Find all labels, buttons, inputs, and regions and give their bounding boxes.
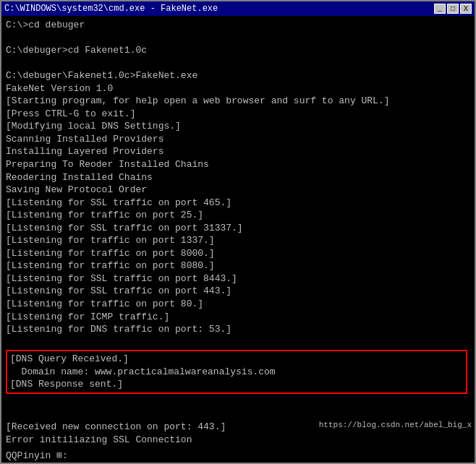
terminal-line: [Listening for traffic on port 8000.]	[6, 247, 470, 260]
terminal-line: [Listening for SSL traffic on port 465.]	[6, 197, 470, 210]
terminal-line: [Modifying local DNS Settings.]	[6, 120, 470, 133]
dns-query-block: [DNS Query Received.] Domain name: www.p…	[6, 350, 467, 394]
terminal-line: [Listening for traffic on port 80.]	[6, 298, 470, 311]
terminal-line: Preparing To Reoder Installed Chains	[6, 158, 470, 171]
terminal-line: [Listening for DNS traffic on port: 53.]	[6, 323, 470, 336]
terminal-line: [Press CTRL-G to exit.]	[6, 108, 470, 121]
terminal-line: Saving New Protocol Order	[6, 184, 470, 197]
ime-status: QQPinyin ⊞:	[6, 450, 68, 461]
terminal-line: Error initiliazing SSL Connection	[6, 434, 470, 447]
terminal-line: C:\debuger\Fakenet1.0c>FakeNet.exe	[6, 69, 470, 82]
title-bar: C:\WINDOWS\system32\cmd.exe - FakeNet.ex…	[1, 1, 475, 16]
terminal-line: [Listening for SSL traffic on port 8443.…	[6, 272, 470, 285]
highlighted-line: [DNS Query Received.]	[10, 353, 463, 366]
minimize-button[interactable]: _	[434, 4, 446, 14]
terminal-line: C:\debuger>cd Fakenet1.0c	[6, 44, 470, 57]
window-title: C:\WINDOWS\system32\cmd.exe - FakeNet.ex…	[4, 4, 218, 14]
terminal-line: [Listening for traffic on port 25.]	[6, 209, 470, 222]
window-controls: _ □ X	[434, 4, 472, 14]
terminal-line	[6, 57, 470, 70]
close-button[interactable]: X	[460, 4, 472, 14]
terminal-line: FakeNet Version 1.0	[6, 82, 470, 95]
maximize-button[interactable]: □	[447, 4, 459, 14]
status-bar: QQPinyin ⊞:	[1, 448, 475, 463]
highlighted-line: Domain name: www.practicalmalwareanalysi…	[10, 366, 463, 379]
terminal-line: Reodering Installed Chains	[6, 171, 470, 184]
terminal-line: [Listening for SSL traffic on port 31337…	[6, 222, 470, 235]
terminal-line	[6, 32, 470, 45]
terminal-line: Scanning Installed Providers	[6, 133, 470, 146]
terminal-line: [Listening for ICMP traffic.]	[6, 311, 470, 324]
terminal-line: [Listening for SSL traffic on port 443.]	[6, 285, 470, 298]
terminal-line: [Failed to read from socket 0.]	[6, 446, 470, 448]
watermark: https://blog.csdn.net/abel_big_x	[319, 420, 472, 431]
terminal-line: [Starting program, for help open a web b…	[6, 95, 470, 108]
terminal-line: [Listening for traffic on port 1337.]	[6, 234, 470, 247]
terminal-line	[6, 408, 470, 421]
terminal-line	[6, 395, 470, 408]
highlighted-line: [DNS Response sent.]	[10, 378, 463, 391]
terminal-output: C:\>cd debuger C:\debuger>cd Fakenet1.0c…	[1, 16, 475, 448]
terminal-line	[6, 336, 470, 349]
cmd-window: C:\WINDOWS\system32\cmd.exe - FakeNet.ex…	[0, 0, 476, 464]
terminal-line: [Listening for traffic on port 8080.]	[6, 259, 470, 272]
terminal-line: C:\>cd debuger	[6, 19, 470, 32]
terminal-line: Installing Layered Providers	[6, 145, 470, 158]
